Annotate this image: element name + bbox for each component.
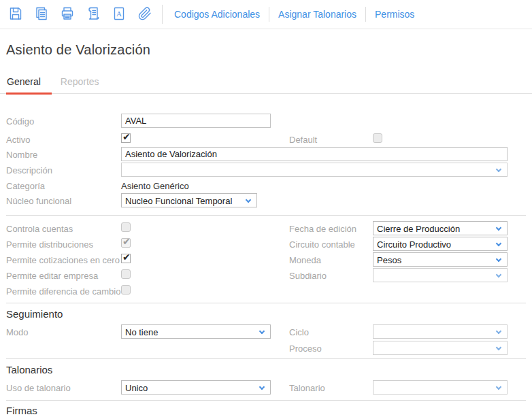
subdiario-select[interactable] (373, 268, 508, 282)
permite-distribuciones-label: Permite distribuciones (6, 239, 93, 250)
permite-editar-empresa-label: Permite editar empresa (6, 271, 98, 281)
form-row-controla-cuentas: Controla cuentas Fecha de edición Cierre… (0, 221, 532, 237)
save-button[interactable] (7, 5, 24, 24)
moneda-select[interactable]: Pesos (373, 252, 508, 267)
controla-cuentas-checkbox[interactable] (121, 222, 131, 232)
codigos-adicionales-link[interactable]: Codigos Adicionales (165, 9, 269, 20)
permite-distribuciones-checkbox[interactable] (121, 238, 131, 248)
asignar-talonarios-link[interactable]: Asignar Talonarios (269, 9, 365, 20)
chevron-down-icon (496, 329, 501, 334)
permite-cotizaciones-checkbox[interactable] (121, 254, 131, 263)
ciclo-select[interactable] (373, 324, 508, 339)
copy-icon (33, 5, 50, 24)
form: Código Activo Default Nombre Descripción… (0, 114, 532, 419)
toolbar-separator (162, 5, 163, 24)
chevron-down-icon (496, 345, 501, 350)
tab-reportes[interactable]: Reportes (60, 76, 110, 95)
fecha-edicion-value: Cierre de Producción (377, 224, 460, 234)
form-row-categoria: Categoría Asiento Genérico (0, 178, 532, 193)
svg-text:A: A (116, 10, 122, 18)
form-row-proceso: Proceso (0, 341, 532, 357)
permite-editar-empresa-checkbox[interactable] (121, 269, 131, 279)
permite-diferencia-cambio-label: Permite diferencia de cambio (6, 286, 120, 297)
form-row-descripcion: Descripción (0, 163, 532, 178)
form-row-codigo: Código (0, 114, 532, 132)
uso-talonario-select[interactable]: Unico (121, 380, 271, 395)
nucleo-funcional-label: Núcleo funcional (6, 196, 71, 206)
form-row-permite-editar: Permite editar empresa Subdiario (0, 268, 532, 284)
controla-cuentas-label: Controla cuentas (6, 224, 73, 234)
nombre-input[interactable] (121, 147, 508, 161)
uso-talonario-label: Uso de talonario (6, 383, 71, 393)
categoria-label: Categoría (6, 181, 45, 191)
descripcion-select[interactable] (121, 163, 508, 177)
modo-label: Modo (6, 327, 29, 337)
print-button[interactable] (59, 5, 76, 24)
audit-log-icon (85, 5, 101, 24)
seguimiento-section-title: Seguimiento (6, 308, 532, 320)
chevron-down-icon (496, 256, 501, 262)
ciclo-label: Ciclo (289, 327, 309, 337)
fecha-edicion-label: Fecha de edición (289, 224, 356, 234)
chevron-down-icon (496, 225, 501, 231)
talonario-label: Talonario (289, 383, 325, 393)
section-divider (6, 400, 526, 401)
chevron-down-icon (496, 241, 501, 246)
tab-bar: General Reportes (0, 76, 532, 94)
default-label: Default (289, 135, 317, 145)
section-divider (6, 303, 526, 303)
text-document-button[interactable]: A (110, 5, 128, 24)
circuito-contable-label: Circuito contable (289, 239, 355, 250)
chevron-down-icon (496, 384, 501, 390)
firmas-section-title: Firmas (6, 405, 532, 416)
tab-general[interactable]: General (6, 76, 52, 95)
nucleo-funcional-value: Nucleo Funcional Temporal (125, 196, 232, 206)
codigo-input[interactable] (121, 114, 271, 128)
page-title: Asiento de Valorización (6, 42, 532, 58)
nombre-label: Nombre (6, 150, 37, 160)
default-checkbox[interactable] (373, 133, 382, 143)
attachment-button[interactable] (136, 5, 154, 24)
talonario-select[interactable] (373, 380, 508, 395)
chevron-down-icon (246, 197, 251, 203)
permisos-link[interactable]: Permisos (366, 9, 423, 20)
moneda-value: Pesos (377, 255, 401, 265)
attachment-icon (137, 5, 153, 24)
text-document-icon: A (111, 5, 127, 24)
form-row-modo: Modo No tiene Ciclo (0, 324, 532, 341)
descripcion-label: Descripción (6, 165, 52, 175)
activo-label: Activo (6, 135, 30, 145)
form-row-nucleo: Núcleo funcional Nucleo Funcional Tempor… (0, 193, 532, 209)
circuito-contable-value: Circuito Productivo (377, 239, 451, 250)
form-row-activo: Activo Default (0, 132, 532, 147)
fecha-edicion-select[interactable]: Cierre de Producción (373, 221, 508, 235)
nucleo-funcional-select[interactable]: Nucleo Funcional Temporal (121, 193, 257, 207)
proceso-select[interactable] (373, 341, 508, 355)
permite-diferencia-cambio-checkbox[interactable] (121, 285, 131, 295)
chevron-down-icon (496, 272, 501, 278)
form-row-nombre: Nombre (0, 147, 532, 163)
copy-button[interactable] (33, 5, 50, 24)
moneda-label: Moneda (289, 255, 321, 265)
modo-select[interactable]: No tiene (121, 324, 271, 339)
circuito-contable-select[interactable]: Circuito Productivo (373, 237, 508, 251)
chevron-down-icon (496, 167, 501, 172)
section-divider (6, 358, 526, 359)
print-icon (59, 5, 76, 24)
activo-checkbox[interactable] (121, 133, 131, 143)
proceso-label: Proceso (289, 343, 322, 354)
audit-log-button[interactable] (84, 5, 102, 24)
toolbar: A Codigos Adicionales Asignar Talonarios… (0, 0, 532, 29)
categoria-value: Asiento Genérico (121, 181, 189, 191)
uso-talonario-value: Unico (125, 383, 148, 393)
chevron-down-icon (259, 384, 265, 390)
subdiario-label: Subdiario (289, 271, 327, 281)
talonarios-section-title: Talonarios (6, 364, 532, 375)
codigo-label: Código (6, 116, 34, 127)
form-row-permite-diferencia: Permite diferencia de cambio (0, 284, 532, 299)
chevron-down-icon (259, 329, 265, 334)
section-divider (6, 215, 526, 216)
form-row-permite-cotizaciones: Permite cotizaciones en cero Moneda Peso… (0, 252, 532, 268)
form-row-permite-distribuciones: Permite distribuciones Circuito contable… (0, 237, 532, 252)
form-row-uso-talonario: Uso de talonario Unico Talonario (0, 380, 532, 397)
